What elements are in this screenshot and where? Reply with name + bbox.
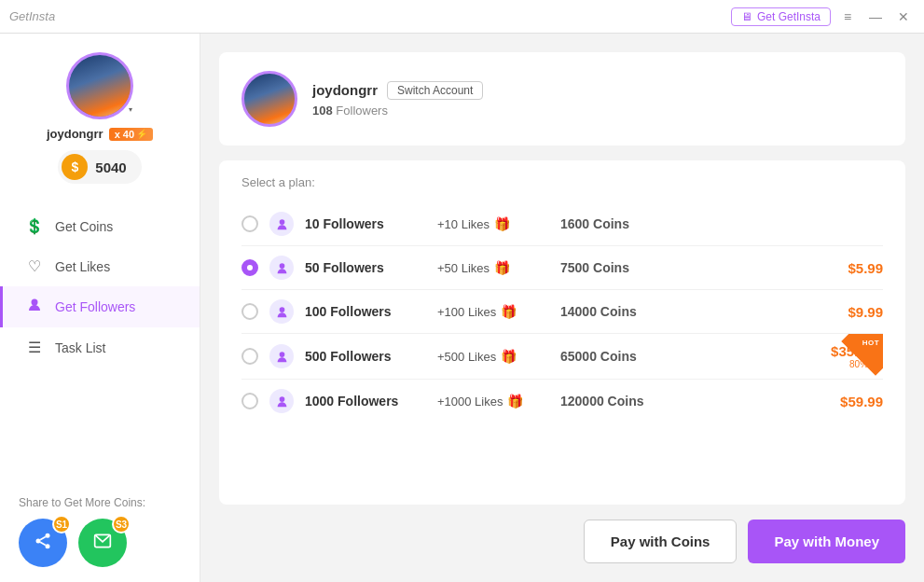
sidebar-item-task-list[interactable]: ☰ Task List	[0, 327, 200, 367]
plan-person-icon-500	[269, 344, 294, 368]
svg-point-3	[46, 544, 50, 548]
profile-avatar	[241, 71, 297, 127]
gift-icon-1000: 🎁	[507, 394, 523, 409]
plan-likes-500: +500 Likes 🎁	[437, 349, 549, 364]
lightning-icon: ⚡	[136, 129, 147, 139]
plan-likes-text-1000: +1000 Likes	[437, 395, 503, 409]
plan-person-icon-10	[269, 212, 294, 236]
plan-coins-10: 1600 Coins	[560, 216, 807, 231]
share-mail-button[interactable]: S3	[78, 519, 127, 567]
plan-likes-text-500: +500 Likes	[437, 350, 496, 364]
plan-coins-50: 7500 Coins	[560, 260, 807, 275]
hot-badge-container: HOT	[838, 334, 883, 379]
plan-row-500: 500 Followers +500 Likes 🎁 65000 Coins $…	[241, 334, 883, 380]
switch-account-button[interactable]: Switch Account	[387, 81, 483, 100]
plan-coins-100: 14000 Coins	[560, 304, 807, 319]
plan-row-10: 10 Followers +10 Likes 🎁 1600 Coins	[241, 202, 883, 246]
hot-badge-text: HOT	[862, 340, 880, 348]
close-button[interactable]: ✕	[892, 6, 915, 28]
app-title: GetInsta	[9, 9, 55, 23]
pay-with-money-button[interactable]: Pay with Money	[748, 520, 905, 563]
nav-label-task-list: Task List	[55, 340, 105, 355]
followers-count: 108	[312, 104, 333, 118]
plan-name-50: 50 Followers	[305, 260, 426, 275]
multiplier-badge: x 40 ⚡	[109, 128, 153, 141]
profile-name-row: joydongrr Switch Account	[312, 81, 883, 100]
share-section: Share to Get More Coins: S1	[0, 481, 200, 582]
share-buttons: S1 S3	[19, 519, 181, 567]
sidebar-item-get-coins[interactable]: 💲 Get Coins	[0, 206, 200, 246]
profile-followers: 108 Followers	[312, 104, 883, 118]
plan-row-100: 100 Followers +100 Likes 🎁 14000 Coins $…	[241, 290, 883, 334]
username-label: joydongrr	[47, 127, 103, 141]
plan-radio-100[interactable]	[241, 303, 258, 320]
plans-card: Select a plan: 10 Followers +10 Likes 🎁 …	[219, 160, 905, 505]
plan-radio-1000[interactable]	[241, 393, 258, 409]
minimize-button[interactable]: —	[864, 6, 887, 28]
svg-point-0	[32, 299, 38, 306]
plan-likes-text-50: +50 Likes	[437, 261, 490, 275]
coins-value: 5040	[95, 159, 126, 175]
get-getinsta-label: Get GetInsta	[757, 10, 821, 23]
gift-icon-100: 🎁	[501, 304, 517, 319]
share-label: Share to Get More Coins:	[19, 496, 181, 509]
monitor-icon: 🖥	[741, 10, 752, 23]
get-getinsta-button[interactable]: 🖥 Get GetInsta	[731, 7, 831, 26]
share-social-icon	[34, 532, 52, 555]
heart-icon: ♡	[25, 257, 44, 275]
avatar-wrapper: ▾	[66, 52, 133, 119]
sidebar-item-get-followers[interactable]: Get Followers	[0, 286, 200, 327]
plan-likes-50: +50 Likes 🎁	[437, 260, 549, 275]
profile-username: joydongrr	[312, 82, 378, 98]
share-social-button[interactable]: S1	[19, 519, 67, 567]
titlebar-right: 🖥 Get GetInsta ≡ — ✕	[731, 6, 915, 28]
plan-radio-500[interactable]	[241, 348, 258, 365]
gift-icon-10: 🎁	[494, 216, 510, 231]
plan-name-100: 100 Followers	[305, 304, 426, 319]
avatar-image	[69, 55, 131, 117]
nav-label-get-likes: Get Likes	[55, 259, 110, 274]
followers-label: Followers	[336, 104, 388, 118]
plan-price-100: $9.99	[818, 304, 883, 320]
plan-row-50: 50 Followers +50 Likes 🎁 7500 Coins $5.9…	[241, 246, 883, 290]
svg-line-5	[40, 536, 46, 539]
share-social-badge: S1	[52, 515, 71, 534]
svg-point-8	[279, 263, 284, 269]
sidebar: ▾ joydongrr x 40 ⚡ $ 5040 💲 Get Coins ♡ …	[0, 34, 200, 582]
plan-name-10: 10 Followers	[305, 216, 426, 231]
plan-radio-10[interactable]	[241, 215, 258, 232]
plan-coins-1000: 120000 Coins	[560, 394, 807, 409]
coins-bar: $ 5040	[58, 150, 141, 184]
gift-icon-50: 🎁	[494, 260, 510, 275]
svg-point-7	[279, 219, 284, 225]
nav-label-get-followers: Get Followers	[55, 299, 135, 314]
titlebar: GetInsta 🖥 Get GetInsta ≡ — ✕	[0, 0, 924, 34]
svg-point-2	[36, 538, 41, 543]
plan-price-1000: $59.99	[818, 394, 883, 409]
username-row: joydongrr x 40 ⚡	[47, 127, 153, 141]
plan-likes-text-100: +100 Likes	[437, 305, 496, 319]
plan-likes-text-10: +10 Likes	[437, 217, 490, 231]
nav-label-get-coins: Get Coins	[55, 219, 113, 234]
plan-person-icon-100	[269, 299, 294, 324]
chevron-down-icon[interactable]: ▾	[124, 103, 137, 116]
content-area: joydongrr Switch Account 108 Followers S…	[200, 34, 924, 582]
plan-likes-100: +100 Likes 🎁	[437, 304, 549, 319]
plans-title: Select a plan:	[241, 175, 883, 189]
sidebar-item-get-likes[interactable]: ♡ Get Likes	[0, 246, 200, 286]
coins-nav-icon: 💲	[25, 217, 44, 235]
hamburger-menu-button[interactable]: ≡	[836, 6, 859, 28]
share-mail-badge: S3	[112, 515, 131, 534]
profile-info: joydongrr Switch Account 108 Followers	[312, 81, 883, 118]
pay-with-coins-button[interactable]: Pay with Coins	[584, 520, 738, 563]
plan-coins-500: 65000 Coins	[560, 349, 797, 364]
svg-point-11	[279, 396, 284, 402]
main-layout: ▾ joydongrr x 40 ⚡ $ 5040 💲 Get Coins ♡ …	[0, 34, 924, 582]
svg-point-1	[46, 533, 50, 537]
coin-icon: $	[62, 154, 88, 180]
plan-likes-10: +10 Likes 🎁	[437, 216, 549, 231]
plan-name-1000: 1000 Followers	[305, 394, 426, 409]
plan-radio-50[interactable]	[241, 259, 258, 276]
svg-point-10	[279, 352, 284, 357]
titlebar-left: GetInsta	[9, 9, 55, 23]
